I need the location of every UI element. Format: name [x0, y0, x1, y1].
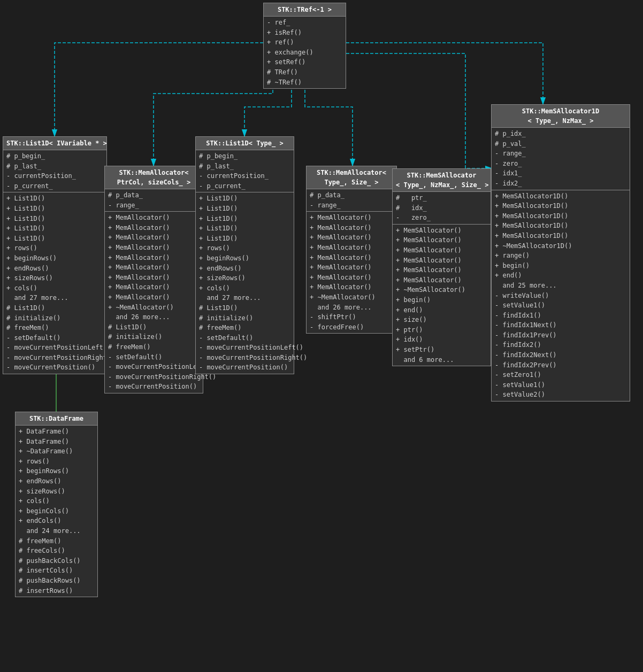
memsallocator-box: STK::MemSAllocator < Type_, NzMax_, Size…	[392, 168, 491, 366]
dataframe-box: STK::DataFrame + DataFrame() + DataFrame…	[15, 412, 98, 597]
memallocator-type-size-attrs: # p_data_ - range_	[307, 189, 396, 211]
list1d-type-attrs: # p_begin_ # p_last_ - currentPosition_ …	[196, 150, 294, 192]
memsallocator1d-attrs: # p_idx_ # p_val_ - range_ - zero_ - idx…	[492, 128, 630, 190]
tref-header: STK::TRef<-1 >	[264, 3, 346, 17]
memsallocator-methods: + MemSAllocator() + MemSAllocator() + Me…	[393, 224, 491, 366]
list1d-ivariable-methods: + List1D() + List1D() + List1D() + List1…	[3, 192, 106, 374]
memallocator-ptrcol-header: STK::MemAllocator< PtrCol, sizeCols_ >	[105, 166, 203, 189]
list1d-ivariable-attrs: # p_begin_ # p_last_ - currentPosition_ …	[3, 150, 106, 192]
list1d-type-header: STK::List1D< Type_ >	[196, 137, 294, 150]
memallocator-ptrcol-methods: + MemAllocator() + MemAllocator() + MemA…	[105, 211, 203, 393]
memallocator-type-size-header: STK::MemAllocator< Type_, Size_ >	[307, 166, 396, 189]
memsallocator-attrs: # ptr_ # idx_ - zero_	[393, 192, 491, 224]
memsallocator1d-methods: + MemSAllocator1D() + MemSAllocator1D() …	[492, 190, 630, 401]
list1d-ivariable-box: STK::List1D< IVariable * > # p_begin_ # …	[3, 136, 107, 374]
memallocator-type-size-box: STK::MemAllocator< Type_, Size_ > # p_da…	[306, 166, 397, 334]
memsallocator-header: STK::MemSAllocator < Type_, NzMax_, Size…	[393, 169, 491, 192]
list1d-type-methods: + List1D() + List1D() + List1D() + List1…	[196, 192, 294, 374]
dataframe-header: STK::DataFrame	[16, 412, 97, 426]
dataframe-methods: + DataFrame() + DataFrame() + ~DataFrame…	[16, 426, 97, 597]
memallocator-ptrcol-attrs: # p_data_ - range_	[105, 189, 203, 211]
memallocator-ptrcol-box: STK::MemAllocator< PtrCol, sizeCols_ > #…	[104, 166, 203, 393]
list1d-type-box: STK::List1D< Type_ > # p_begin_ # p_last…	[195, 136, 294, 374]
tref-box: STK::TRef<-1 > - ref_ + isRef() + ref() …	[263, 3, 346, 89]
list1d-ivariable-header: STK::List1D< IVariable * >	[3, 137, 106, 150]
memsallocator1d-box: STK::MemSAllocator1D < Type_, NzMax_ > #…	[491, 104, 630, 401]
memallocator-type-size-methods: + MemAllocator() + MemAllocator() + MemA…	[307, 211, 396, 333]
memsallocator1d-header: STK::MemSAllocator1D < Type_, NzMax_ >	[492, 105, 630, 128]
tref-body: - ref_ + isRef() + ref() + exchange() + …	[264, 17, 346, 88]
